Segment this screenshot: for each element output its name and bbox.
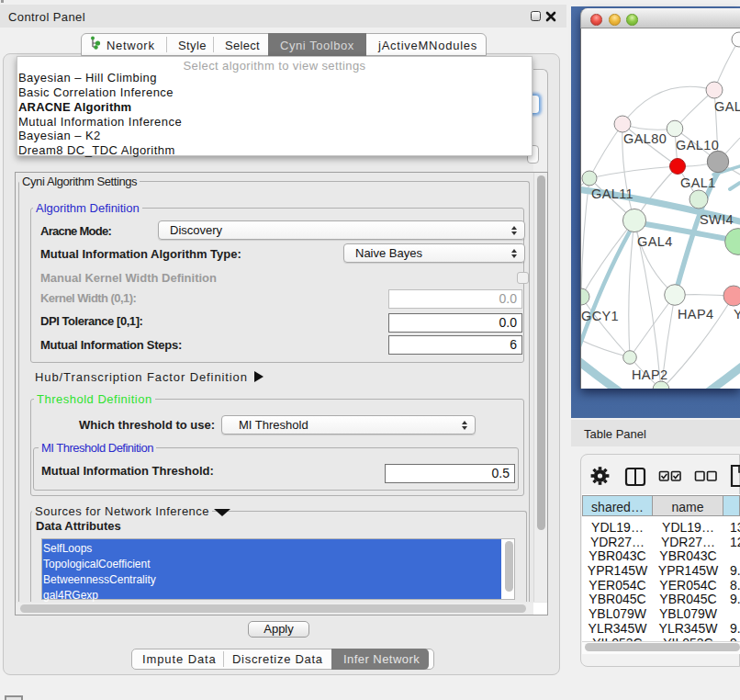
svg-text:GAL4: GAL4	[637, 234, 673, 249]
svg-text:SWI4: SWI4	[700, 212, 734, 227]
svg-text:GAL1: GAL1	[680, 175, 716, 190]
svg-text:GAL: GAL	[714, 99, 740, 114]
svg-text:GAL10: GAL10	[676, 138, 719, 152]
svg-text:HAP2: HAP2	[632, 367, 667, 382]
svg-text:GCY1: GCY1	[581, 309, 619, 323]
svg-text:GAL80: GAL80	[623, 131, 667, 146]
svg-text:HAP4: HAP4	[678, 307, 713, 322]
svg-text:GAL11: GAL11	[591, 186, 633, 201]
svg-text:Y: Y	[734, 307, 740, 322]
